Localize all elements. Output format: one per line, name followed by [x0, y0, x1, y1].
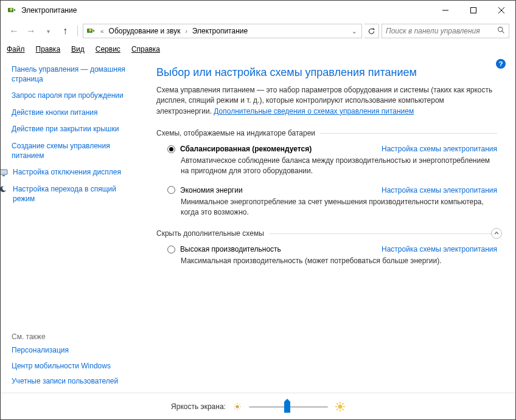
svg-line-27 [343, 408, 344, 410]
address-dropdown-icon[interactable]: ⌄ [349, 28, 359, 35]
change-plan-link[interactable]: Настройка схемы электропитания [382, 245, 497, 253]
svg-point-12 [235, 405, 239, 408]
intro-text: Схема управления питанием — это набор па… [156, 85, 497, 117]
power-options-icon [7, 5, 16, 15]
svg-line-29 [343, 403, 344, 404]
sidebar: Панель управления — домашняя страница За… [1, 57, 132, 393]
sun-bright-icon [335, 402, 345, 411]
plan-desc-balanced: Автоматическое соблюдение баланса между … [181, 156, 497, 176]
group-additional-plans: Скрыть дополнительные схемы Высокая прои… [156, 229, 497, 266]
close-button[interactable] [487, 1, 515, 20]
brightness-slider[interactable] [249, 401, 328, 413]
plan-name-balanced[interactable]: Сбалансированная (рекомендуется) [180, 145, 312, 153]
svg-rect-3 [471, 8, 476, 13]
svg-line-18 [239, 408, 240, 409]
main-panel: Выбор или настройка схемы управления пит… [132, 57, 515, 393]
change-plan-link[interactable]: Настройка схемы электропитания [382, 145, 497, 153]
plan-saver: Экономия энергии Настройка схемы электро… [167, 186, 497, 218]
sidebar-link-power-button[interactable]: Действие кнопки питания [12, 108, 126, 118]
window: Электропитание ← → ▾ ↑ « Оборудование и … [0, 0, 516, 420]
sidebar-link-create-plan[interactable]: Создание схемы управления питанием [12, 142, 126, 160]
svg-rect-11 [2, 175, 5, 176]
radio-balanced[interactable] [167, 145, 175, 153]
svg-line-20 [239, 404, 240, 404]
see-also-personalization[interactable]: Персонализация [12, 346, 126, 356]
power-options-icon [86, 26, 96, 36]
address-bar[interactable]: « Оборудование и звук › Электропитание ⌄ [83, 24, 362, 38]
plan-name-saver[interactable]: Экономия энергии [180, 186, 243, 195]
brightness-footer: Яркость экрана: [1, 393, 515, 419]
see-also-mobility-center[interactable]: Центр мобильности Windows [12, 362, 126, 371]
svg-point-21 [338, 404, 342, 408]
breadcrumb-item[interactable]: Электропитание [192, 27, 248, 35]
back-button[interactable]: ← [7, 24, 21, 38]
brightness-label: Яркость экрана: [171, 402, 226, 411]
intro-link[interactable]: Дополнительные сведения о схемах управле… [214, 107, 414, 115]
sun-dim-icon [233, 402, 242, 411]
breadcrumb-item[interactable]: Оборудование и звук [109, 27, 181, 35]
sidebar-link-lid-close[interactable]: Действие при закрытии крышки [12, 125, 126, 134]
group-label: Схемы, отображаемые на индикаторе батаре… [156, 129, 497, 137]
svg-line-26 [336, 403, 338, 404]
plan-desc-high: Максимальная производительность (может п… [181, 256, 497, 266]
refresh-button[interactable] [364, 24, 379, 38]
sidebar-link-sleep[interactable]: Настройка перехода в спящий режим [13, 185, 126, 204]
menu-view[interactable]: Вид [71, 45, 85, 53]
menu-help[interactable]: Справка [131, 45, 160, 53]
recent-dropdown[interactable]: ▾ [41, 24, 55, 38]
sleep-icon [1, 185, 9, 195]
svg-line-9 [502, 31, 504, 33]
search-icon [497, 26, 505, 36]
address-bar-row: ← → ▾ ↑ « Оборудование и звук › Электроп… [1, 20, 515, 42]
plan-high-performance: Высокая производительность Настройка схе… [167, 245, 497, 266]
group-battery-plans: Схемы, отображаемые на индикаторе батаре… [156, 129, 497, 217]
svg-line-17 [235, 404, 235, 404]
divider [77, 26, 78, 36]
radio-saver[interactable] [167, 186, 175, 194]
menu-service[interactable]: Сервис [96, 45, 120, 53]
svg-line-19 [235, 408, 235, 409]
group-label: Скрыть дополнительные схемы [156, 229, 497, 238]
search-input[interactable]: Поиск в панели управления [382, 24, 509, 38]
see-also-user-accounts[interactable]: Учетные записи пользователей [12, 377, 126, 387]
chevron-right-icon: › [184, 28, 188, 35]
svg-rect-7 [93, 30, 94, 32]
titlebar: Электропитание [1, 1, 515, 20]
window-title: Электропитание [21, 6, 431, 15]
svg-rect-10 [1, 170, 7, 174]
slider-thumb[interactable] [284, 402, 290, 413]
collapse-button[interactable] [491, 228, 502, 239]
plan-balanced: Сбалансированная (рекомендуется) Настрой… [167, 145, 497, 176]
menu-edit[interactable]: Правка [36, 45, 61, 53]
svg-point-8 [498, 27, 503, 32]
display-off-icon [1, 168, 9, 177]
see-also-label: См. также [12, 332, 126, 341]
forward-button[interactable]: → [24, 24, 38, 38]
plan-name-high[interactable]: Высокая производительность [180, 245, 281, 253]
up-button[interactable]: ↑ [58, 24, 72, 38]
plan-desc-saver: Минимальное энергопотребление за счет ум… [181, 197, 497, 218]
menu-file[interactable]: Файл [7, 45, 25, 53]
minimize-button[interactable] [431, 1, 459, 20]
sidebar-link-display-off[interactable]: Настройка отключения дисплея [13, 168, 121, 177]
svg-rect-1 [14, 9, 15, 11]
content-area: ? Панель управления — домашняя страница … [1, 57, 515, 393]
svg-line-28 [336, 408, 338, 410]
menubar: Файл Правка Вид Сервис Справка [1, 42, 515, 57]
change-plan-link[interactable]: Настройка схемы электропитания [382, 186, 497, 195]
search-placeholder: Поиск в панели управления [386, 27, 497, 35]
radio-high[interactable] [167, 246, 175, 253]
sidebar-link-home[interactable]: Панель управления — домашняя страница [12, 65, 126, 84]
page-title: Выбор или настройка схемы управления пит… [156, 66, 497, 79]
sidebar-link-password-wake[interactable]: Запрос пароля при пробуждении [12, 91, 126, 101]
help-icon[interactable]: ? [496, 59, 506, 69]
breadcrumb-prefix: « [99, 28, 105, 35]
maximize-button[interactable] [459, 1, 487, 20]
